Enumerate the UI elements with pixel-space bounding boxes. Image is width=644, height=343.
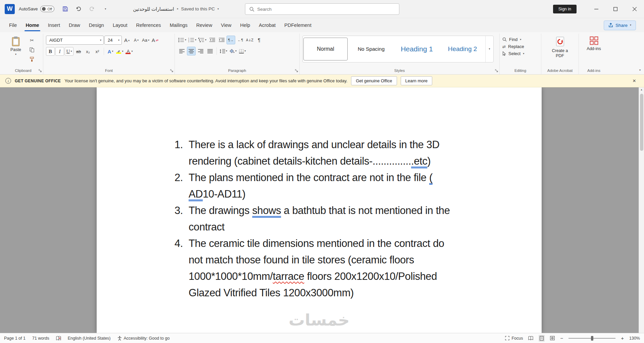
bold-button[interactable]: B (46, 47, 55, 56)
change-case-button[interactable]: Aa▾ (141, 36, 150, 45)
paste-button[interactable]: Paste ▾ (6, 36, 26, 56)
vertical-scrollbar[interactable]: ▴ (639, 87, 644, 333)
tab-mailings[interactable]: Mailings (165, 19, 192, 31)
show-formatting-button[interactable]: ¶ (255, 36, 263, 44)
shrink-font-icon: A (134, 38, 137, 43)
subscript-button[interactable]: x₂ (84, 47, 92, 56)
zoom-slider-thumb[interactable] (591, 336, 593, 341)
undo-button[interactable] (75, 5, 83, 13)
tab-acrobat[interactable]: Acrobat (254, 19, 280, 31)
font-name-combo[interactable]: AIGDT ▾ (46, 36, 104, 45)
find-button[interactable]: Find ▾ (502, 37, 524, 42)
cut-button[interactable]: ✂ (28, 36, 36, 44)
tab-layout[interactable]: Layout (108, 19, 132, 31)
sort-button[interactable]: A↓Z (245, 36, 254, 44)
tab-file[interactable]: File (5, 19, 21, 31)
language-status[interactable]: English (United States) (68, 336, 111, 341)
search-box[interactable] (245, 3, 399, 15)
highlight-color-button[interactable]: ▾ (115, 47, 124, 56)
bullets-button[interactable]: ▾ (178, 36, 187, 44)
autosave-control[interactable]: AutoSave Off (19, 6, 54, 12)
rtl-direction-button[interactable]: ←¶ (236, 36, 245, 44)
shrink-font-button[interactable]: A▾ (132, 36, 141, 45)
underline-button[interactable]: U▾ (65, 47, 73, 56)
tab-view[interactable]: View (216, 19, 236, 31)
superscript-button[interactable]: x² (93, 47, 102, 56)
create-pdf-button[interactable]: Create a PDF (548, 36, 573, 58)
read-mode-button[interactable] (528, 336, 533, 340)
tab-insert[interactable]: Insert (44, 19, 64, 31)
banner-close-button[interactable]: × (630, 78, 639, 84)
clear-formatting-button[interactable]: A (151, 36, 159, 45)
scroll-up-icon[interactable]: ▴ (641, 87, 642, 91)
style-normal[interactable]: Normal (303, 38, 348, 60)
zoom-slider[interactable] (568, 338, 615, 339)
font-size-combo[interactable]: 24 ▾ (104, 36, 122, 45)
word-logo-icon[interactable]: W (5, 4, 15, 14)
zoom-level[interactable]: 130% (629, 336, 640, 341)
clipboard-dialog-launcher[interactable] (39, 69, 42, 73)
style-heading-1[interactable]: Heading 1 (395, 38, 439, 60)
tab-help[interactable]: Help (236, 19, 255, 31)
styles-dialog-launcher[interactable] (495, 69, 498, 73)
scrollbar-thumb[interactable] (640, 94, 643, 151)
paragraph-dialog-launcher[interactable] (295, 69, 298, 73)
tab-review[interactable]: Review (192, 19, 217, 31)
zoom-in-button[interactable]: + (621, 335, 624, 341)
page-info[interactable]: Page 1 of 1 (4, 336, 26, 341)
sign-in-button[interactable]: Sign in (553, 5, 577, 13)
line-spacing-button[interactable]: ▾ (219, 47, 228, 55)
style-heading-2[interactable]: Heading 2 (440, 38, 485, 60)
align-center-button[interactable] (187, 47, 196, 55)
align-left-button[interactable] (178, 47, 186, 55)
quick-access-customize-button[interactable]: ▾ (101, 5, 109, 13)
styles-more-button[interactable]: ▾ (485, 36, 493, 62)
get-genuine-office-button[interactable]: Get genuine Office (351, 76, 397, 85)
zoom-out-button[interactable]: − (560, 335, 563, 341)
word-count[interactable]: 71 words (32, 336, 49, 341)
borders-button[interactable]: ▾ (238, 47, 247, 55)
copy-button[interactable] (28, 46, 36, 54)
learn-more-button[interactable]: Learn more (401, 76, 432, 85)
share-button[interactable]: Share ▾ (604, 20, 636, 30)
align-right-button[interactable] (196, 47, 205, 55)
collapse-ribbon-button[interactable]: ▾ (639, 69, 641, 72)
redo-button[interactable] (88, 5, 96, 13)
document-page[interactable]: 1. There is a lack of drawings and uncle… (97, 87, 542, 333)
font-dialog-launcher[interactable] (170, 69, 174, 73)
replace-button[interactable]: ⇄ Replace (502, 44, 524, 49)
multilevel-list-button[interactable]: ▾ (198, 36, 207, 44)
focus-button[interactable]: Focus (505, 336, 523, 341)
search-input[interactable] (257, 7, 395, 12)
web-layout-button[interactable] (550, 336, 555, 340)
grow-font-button[interactable]: A▴ (122, 36, 131, 45)
close-button[interactable] (625, 0, 644, 18)
font-color-button[interactable]: A ▾ (125, 47, 134, 56)
select-button[interactable]: Select ▾ (502, 51, 524, 56)
document-title-group[interactable]: استفسارات للوحدتين • Saved to this PC ▾ (133, 6, 219, 12)
tab-references[interactable]: References (132, 19, 165, 31)
print-layout-button[interactable] (539, 335, 545, 342)
autosave-toggle[interactable]: Off (40, 6, 54, 12)
decrease-indent-button[interactable] (208, 36, 216, 44)
tab-home[interactable]: Home (21, 19, 43, 31)
ltr-direction-button[interactable]: ¶→ (227, 36, 235, 44)
numbering-button[interactable]: 123 ▾ (188, 36, 197, 44)
justify-button[interactable] (206, 47, 214, 55)
style-no-spacing[interactable]: No Spacing (349, 38, 393, 60)
shading-button[interactable]: ▾ (229, 47, 237, 55)
tab-design[interactable]: Design (85, 19, 108, 31)
tab-draw[interactable]: Draw (64, 19, 85, 31)
accessibility-status[interactable]: Accessibility: Good to go (117, 336, 170, 341)
italic-button[interactable]: I (55, 47, 64, 56)
increase-indent-button[interactable] (217, 36, 226, 44)
text-effects-button[interactable]: A▾ (106, 47, 115, 56)
maximize-button[interactable] (606, 0, 625, 18)
tab-pdfelement[interactable]: PDFelement (280, 19, 316, 31)
save-button[interactable] (61, 5, 69, 13)
addins-button[interactable]: Add-ins (582, 36, 606, 51)
minimize-button[interactable] (587, 0, 606, 18)
format-painter-button[interactable] (28, 55, 36, 63)
strikethrough-button[interactable]: ab (74, 47, 83, 56)
proofing-status[interactable] (56, 336, 61, 341)
